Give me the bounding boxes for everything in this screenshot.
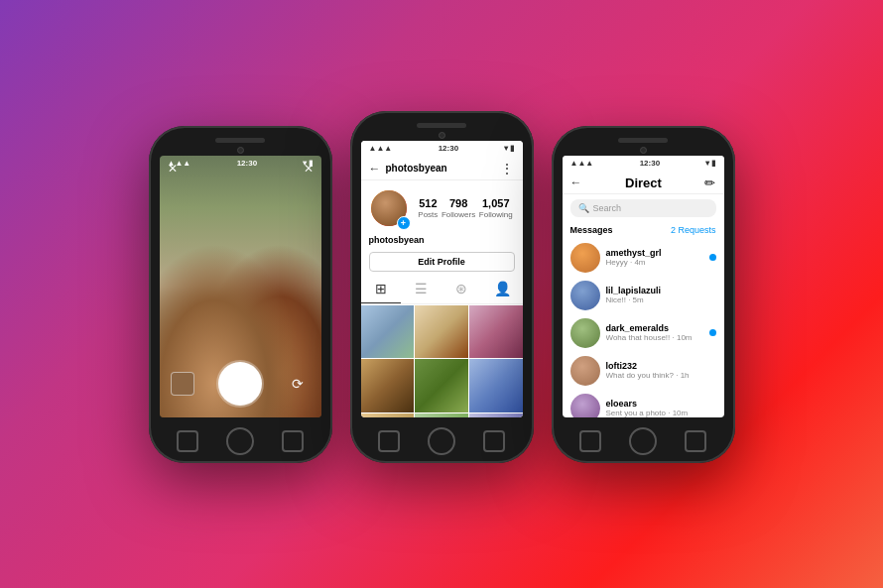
- stat-posts: 512 Posts: [418, 197, 438, 219]
- tab-person[interactable]: 👤: [482, 275, 523, 303]
- phone-camera-dot-3: [640, 147, 647, 154]
- messages-header: Messages 2 Requests: [563, 222, 724, 239]
- camera-controls-bottom: ⟳: [160, 362, 321, 406]
- profile-stats-row: + 512 Posts 798 Followers 1,057: [361, 180, 523, 233]
- msg-preview-5: Sent you a photo · 10m: [606, 409, 716, 417]
- time-label-2: 12:30: [439, 144, 458, 153]
- nav-menu-button-3[interactable]: [579, 430, 601, 452]
- message-item-4[interactable]: lofti232 What do you think? · 1h: [563, 352, 724, 390]
- phone-speaker-3: [618, 138, 668, 143]
- camera-top: ▲▲▲ 12:30 ▾ ▮ ✕ ✕: [160, 156, 321, 171]
- direct-title: Direct: [625, 176, 662, 190]
- profile-header-left: ← photosbyean: [369, 162, 447, 176]
- messages-label: Messages: [570, 225, 613, 235]
- add-story-button[interactable]: +: [397, 216, 411, 230]
- followers-label: Followers: [442, 210, 475, 219]
- compose-button[interactable]: ✏: [704, 176, 715, 190]
- grid-item-7[interactable]: [361, 413, 415, 417]
- back-button[interactable]: ←: [369, 162, 381, 176]
- camera-screen: ▲▲▲ 12:30 ▾ ▮ ✕ ✕: [160, 156, 321, 417]
- tab-list[interactable]: ☰: [401, 275, 442, 303]
- avatar-dark-emeralds: [570, 318, 600, 348]
- grid-item-2[interactable]: [415, 305, 468, 359]
- stats-group: 512 Posts 798 Followers 1,057 Following: [417, 197, 515, 219]
- home-button-3[interactable]: [629, 427, 657, 455]
- stat-followers: 798 Followers: [442, 197, 475, 219]
- msg-content-1: amethyst_grl Heyyy · 4m: [606, 248, 703, 267]
- status-icons-2: ▾ ▮: [504, 144, 514, 153]
- home-button-2[interactable]: [428, 427, 455, 455]
- requests-button[interactable]: 2 Requests: [671, 225, 716, 235]
- avatar-lofti232: [570, 356, 600, 386]
- direct-screen: ▲▲▲ 12:30 ▾ ▮ ← Direct ✏ 🔍 Search: [563, 156, 724, 417]
- grid-item-9[interactable]: [469, 413, 523, 417]
- messages-list: amethyst_grl Heyyy · 4m lil_lapislazuli …: [563, 239, 724, 417]
- stat-following: 1,057 Following: [479, 197, 513, 219]
- direct-status-bar: ▲▲▲ 12:30 ▾ ▮: [563, 156, 724, 171]
- msg-username-2: lil_lapislazuli: [606, 286, 716, 295]
- signal-bars-3: ▲▲▲: [570, 159, 594, 168]
- profile-tabs: ⊞ ☰ ⊛ 👤: [361, 275, 523, 304]
- phone-camera-dot-2: [439, 132, 445, 139]
- msg-preview-2: Nice!! · 5m: [606, 295, 716, 304]
- phone-speaker-2: [417, 123, 466, 128]
- home-button[interactable]: [226, 427, 254, 455]
- grid-item-6[interactable]: [469, 359, 523, 412]
- shutter-button[interactable]: [218, 362, 262, 406]
- message-item-5[interactable]: eloears Sent you a photo · 10m: [563, 390, 724, 417]
- nav-menu-button-2[interactable]: [378, 430, 400, 452]
- tab-tag[interactable]: ⊛: [442, 275, 482, 303]
- profile-status-bar: ▲▲▲ 12:30 ▾ ▮: [361, 141, 523, 156]
- nav-menu-button[interactable]: [177, 430, 198, 452]
- grid-item-8[interactable]: [415, 413, 468, 417]
- unread-dot-3: [709, 329, 716, 336]
- flash-icon[interactable]: ✕: [168, 162, 178, 176]
- msg-preview-3: Woha that house!! · 10m: [606, 333, 703, 342]
- msg-content-4: lofti232 What do you think? · 1h: [606, 361, 716, 380]
- profile-header: ← photosbyean ⋮: [361, 156, 523, 180]
- battery-icon-2: ▮: [510, 144, 514, 153]
- grid-item-5[interactable]: [415, 359, 468, 412]
- direct-header: ← Direct ✏: [563, 171, 724, 194]
- phone-direct: ▲▲▲ 12:30 ▾ ▮ ← Direct ✏ 🔍 Search: [552, 126, 735, 463]
- direct-back-button[interactable]: ←: [570, 176, 582, 189]
- wifi-icon-2: ▾: [504, 144, 508, 153]
- grid-item-3[interactable]: [469, 305, 523, 359]
- battery-icon-3: ▮: [711, 159, 715, 168]
- phone-nav-bottom-3: [552, 417, 735, 463]
- profile-display-name: photosbyean: [361, 233, 523, 249]
- profile-view: ▲▲▲ 12:30 ▾ ▮ ← photosbyean ⋮: [361, 141, 523, 417]
- camera-view: ▲▲▲ 12:30 ▾ ▮ ✕ ✕: [160, 156, 321, 417]
- photo-grid: [361, 305, 523, 417]
- camera-controls-top: ✕ ✕: [160, 156, 321, 181]
- phone-camera: ▲▲▲ 12:30 ▾ ▮ ✕ ✕: [149, 126, 332, 463]
- message-item-2[interactable]: lil_lapislazuli Nice!! · 5m: [563, 277, 724, 314]
- flip-camera-icon[interactable]: ⟳: [286, 372, 310, 396]
- phones-container: ▲▲▲ 12:30 ▾ ▮ ✕ ✕: [129, 106, 755, 483]
- msg-content-2: lil_lapislazuli Nice!! · 5m: [606, 286, 716, 304]
- message-item-1[interactable]: amethyst_grl Heyyy · 4m: [563, 239, 724, 277]
- edit-profile-button[interactable]: Edit Profile: [369, 252, 515, 272]
- close-icon[interactable]: ✕: [304, 162, 314, 176]
- msg-username-1: amethyst_grl: [606, 248, 703, 258]
- direct-search-bar[interactable]: 🔍 Search: [570, 199, 716, 217]
- nav-back-button-2[interactable]: [483, 430, 505, 452]
- grid-item-1[interactable]: [361, 305, 415, 359]
- profile-username: photosbyean: [386, 163, 447, 174]
- direct-view: ▲▲▲ 12:30 ▾ ▮ ← Direct ✏ 🔍 Search: [563, 156, 724, 417]
- avatar-eloears: [570, 394, 600, 417]
- msg-username-4: lofti232: [606, 361, 716, 371]
- phone-nav-bottom-2: [350, 417, 534, 463]
- phone-profile: ▲▲▲ 12:30 ▾ ▮ ← photosbyean ⋮: [350, 111, 534, 463]
- msg-username-5: eloears: [606, 399, 716, 409]
- posts-label: Posts: [418, 210, 438, 219]
- phone-camera-dot: [237, 147, 244, 154]
- tab-grid[interactable]: ⊞: [361, 275, 402, 303]
- gallery-thumbnail[interactable]: [171, 372, 194, 396]
- more-options-button[interactable]: ⋮: [500, 161, 515, 176]
- grid-item-4[interactable]: [361, 359, 415, 412]
- msg-preview-1: Heyyy · 4m: [606, 258, 703, 267]
- nav-back-button[interactable]: [282, 430, 304, 452]
- message-item-3[interactable]: dark_emeralds Woha that house!! · 10m: [563, 314, 724, 352]
- nav-back-button-3[interactable]: [685, 430, 706, 452]
